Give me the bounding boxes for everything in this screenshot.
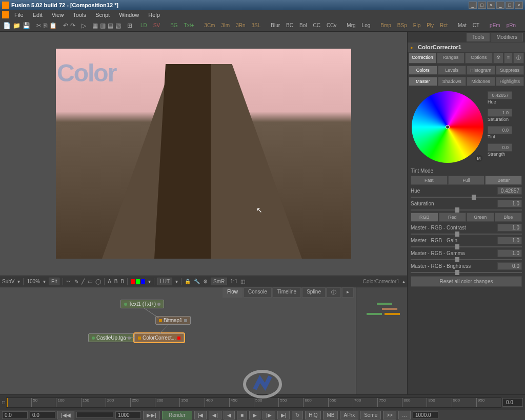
- fit-button[interactable]: Fit: [49, 278, 59, 285]
- tab-colors[interactable]: Colors: [409, 66, 437, 75]
- tool-3sl[interactable]: 3SL: [249, 22, 262, 29]
- close-button[interactable]: ×: [487, 2, 495, 9]
- undo-icon[interactable]: ↶: [63, 21, 68, 30]
- tool-log[interactable]: Log: [360, 22, 373, 29]
- channel-blue[interactable]: Blue: [495, 213, 522, 222]
- play-icon[interactable]: ▷: [82, 21, 86, 30]
- gamma-value[interactable]: 1.0: [497, 249, 522, 257]
- tool-bol[interactable]: Bol: [297, 22, 309, 29]
- radiation-icon[interactable]: ☢: [493, 53, 503, 64]
- paste-icon[interactable]: 📋: [49, 21, 57, 30]
- rewind-icon[interactable]: |◀◀: [57, 411, 74, 419]
- contrast-value[interactable]: 1.0: [497, 224, 522, 232]
- tool-3cm[interactable]: 3Cm: [202, 22, 217, 29]
- tab-suppress[interactable]: Suppress: [496, 66, 524, 75]
- tab-master[interactable]: Master: [409, 77, 437, 86]
- range-bar[interactable]: [76, 412, 114, 418]
- playhead[interactable]: [7, 398, 8, 407]
- hiq-button[interactable]: HiQ: [305, 411, 321, 419]
- cut-icon[interactable]: ✂: [36, 21, 42, 30]
- last-frame-icon[interactable]: ▶|: [277, 411, 290, 419]
- script-icon[interactable]: ≡: [504, 53, 513, 64]
- channel-rgb[interactable]: RGB: [411, 213, 438, 222]
- menu-view[interactable]: View: [48, 11, 68, 19]
- tab-spline[interactable]: Spline: [302, 287, 326, 298]
- ab-icon[interactable]: B: [121, 279, 125, 284]
- menu-help[interactable]: Help: [144, 11, 164, 19]
- loop-icon[interactable]: ↻: [292, 411, 303, 419]
- tool-mat[interactable]: Mat: [456, 22, 469, 29]
- out-field[interactable]: 1000.0: [413, 411, 438, 419]
- layout3-icon[interactable]: ▤: [108, 21, 113, 30]
- rgb-chips[interactable]: [131, 279, 145, 284]
- prev-frame-icon[interactable]: ◀|: [209, 411, 221, 419]
- timeline-start-icon[interactable]: □: [2, 400, 5, 405]
- info-icon[interactable]: ⓘ: [513, 53, 524, 64]
- tab-console[interactable]: Console: [244, 287, 272, 298]
- new-icon[interactable]: 📄: [3, 21, 11, 30]
- layout1-icon[interactable]: ▦: [92, 21, 98, 30]
- maximize-button[interactable]: □: [478, 2, 486, 9]
- subv-dropdown[interactable]: SubV: [2, 279, 14, 284]
- first-frame-icon[interactable]: |◀: [194, 411, 207, 419]
- some-button[interactable]: Some: [360, 411, 381, 419]
- smr-button[interactable]: SmR: [211, 278, 227, 285]
- current-time-field[interactable]: 0.0: [502, 398, 523, 407]
- sat-slider[interactable]: [411, 209, 522, 211]
- collapse-icon[interactable]: ▸: [411, 45, 416, 50]
- brightness-slider[interactable]: [411, 272, 522, 273]
- tool-ccv[interactable]: CCv: [325, 22, 338, 29]
- render-button[interactable]: Render: [162, 411, 192, 419]
- tool-bg[interactable]: BG: [168, 22, 179, 29]
- node-castle[interactable]: CastleUp.tga: [88, 333, 134, 342]
- grid-icon[interactable]: ⊞: [127, 21, 132, 30]
- brightness-value[interactable]: 0.0: [497, 262, 522, 270]
- flow-canvas[interactable]: Flow Console Timeline Spline ⓘ ▸ Text1 (…: [0, 287, 356, 394]
- redo-icon[interactable]: ↷: [70, 21, 75, 30]
- tab-shadows[interactable]: Shadows: [438, 77, 467, 86]
- node-text1[interactable]: Text1 (Txt+): [120, 300, 164, 308]
- snap-icon[interactable]: ◫: [240, 279, 245, 284]
- tool-ct[interactable]: CT: [471, 22, 481, 29]
- zoom-level[interactable]: 100%: [27, 279, 40, 284]
- layout4-icon[interactable]: ▧: [115, 21, 121, 30]
- tool-bsp[interactable]: BSp: [395, 22, 409, 29]
- open-icon[interactable]: 📁: [13, 21, 21, 30]
- menu-script[interactable]: Script: [91, 11, 114, 19]
- flow-navigator[interactable]: [356, 287, 407, 394]
- play-icon[interactable]: ▶: [249, 411, 260, 419]
- tab-midtones[interactable]: Midtones: [467, 77, 495, 86]
- next-icon[interactable]: >>: [383, 411, 396, 419]
- expand-icon[interactable]: ▴: [402, 279, 405, 284]
- tool-rct[interactable]: Rct: [438, 22, 450, 29]
- tool-elp[interactable]: Elp: [411, 22, 422, 29]
- ratio-button[interactable]: 1:1: [230, 279, 237, 284]
- poly-icon[interactable]: 〰: [66, 279, 71, 284]
- gain-slider[interactable]: [411, 246, 522, 247]
- wrench-icon[interactable]: 🔧: [194, 279, 200, 284]
- layout2-icon[interactable]: ▥: [100, 21, 106, 30]
- info-icon[interactable]: ⓘ: [327, 287, 341, 298]
- in-field[interactable]: 0.0: [2, 411, 28, 419]
- line-icon[interactable]: ╱: [82, 279, 85, 284]
- save-icon[interactable]: 💾: [23, 21, 30, 30]
- tab-levels[interactable]: Levels: [438, 66, 467, 75]
- gain-value[interactable]: 1.0: [497, 237, 522, 244]
- tint-value-field[interactable]: 0.0: [488, 126, 512, 134]
- tool-ply[interactable]: Ply: [425, 22, 436, 29]
- contrast-slider[interactable]: [411, 234, 522, 235]
- strength-value-field[interactable]: 0.0: [488, 143, 512, 152]
- gamma-slider[interactable]: [411, 259, 522, 260]
- channel-red[interactable]: Red: [439, 213, 467, 222]
- a-icon[interactable]: A: [108, 279, 111, 284]
- tab-modifiers[interactable]: Modifiers: [491, 33, 523, 41]
- close-child-button[interactable]: ×: [515, 2, 523, 9]
- tool-prn[interactable]: pRn: [504, 22, 518, 29]
- wheel-picker-icon[interactable]: [446, 125, 450, 129]
- gear-icon[interactable]: ⚙: [203, 279, 208, 284]
- range-field[interactable]: 1000: [115, 411, 141, 419]
- mb-button[interactable]: MB: [323, 411, 338, 419]
- tool-sv[interactable]: SV: [151, 22, 162, 29]
- tool-header[interactable]: ▸ ColorCorrector1: [408, 43, 525, 52]
- sat-slider-value[interactable]: 1.0: [497, 200, 522, 207]
